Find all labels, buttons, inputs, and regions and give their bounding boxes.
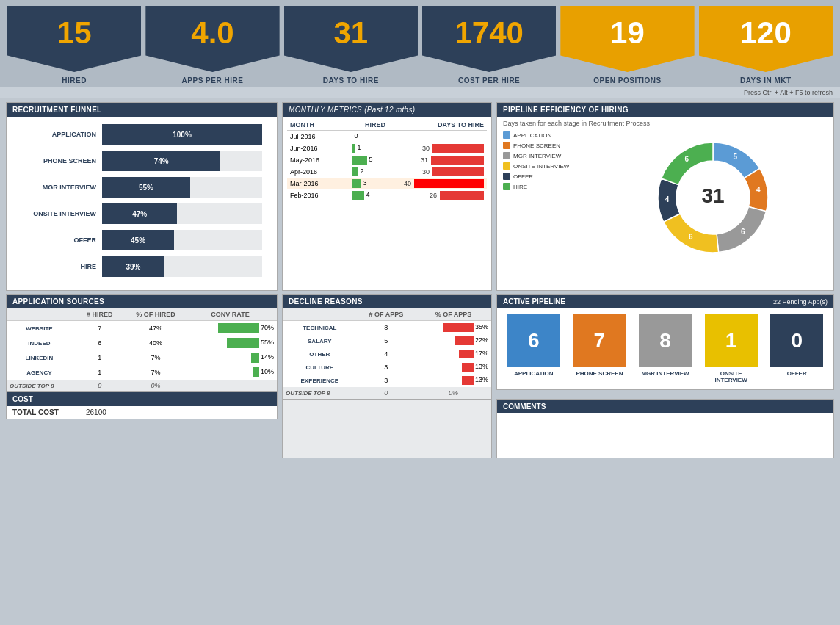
total-cost-label: TOTAL COST [12, 408, 86, 416]
kpi-item-cost-per-hire: 1740 COST PER HIRE [422, 6, 556, 87]
monthly-days-bar: 31 [401, 154, 487, 166]
monthly-col-month: MONTH [287, 120, 350, 131]
monthly-hired-bar: 4 [350, 189, 401, 201]
pipeline-efficiency-header: PIPELINE EFFICIENCY OF HIRING [497, 103, 833, 117]
monthly-month: Jul-2016 [287, 131, 350, 143]
outside-row: OUTSIDE TOP 8 0 0% [7, 380, 277, 391]
monthly-days-bar: 40 [401, 178, 487, 189]
funnel-panel: RECRUITMENT FUNNEL APPLICATION 100% PHON… [6, 102, 278, 291]
kpi-label-days-to-hire: DAYS TO HIRE [323, 76, 379, 87]
decline-apps: 3 [357, 374, 416, 387]
source-name: AGENCY [7, 365, 72, 380]
funnel-bar: 45% [102, 230, 174, 250]
legend-dot [503, 173, 510, 180]
stage-count: 8 [639, 314, 692, 367]
pipeline-stage-mgr-interview: 8 MGR INTERVIEW [634, 314, 696, 383]
monthly-row: Mar-2016 340 [287, 178, 487, 189]
kpi-item-days-to-hire: 31 DAYS TO HIRE [284, 6, 418, 87]
stage-count: 1 [705, 314, 758, 367]
svg-text:6: 6 [741, 228, 745, 236]
decline-outside-row: OUTSIDE TOP 8 0 0% [283, 387, 491, 399]
legend-label: HIRE [513, 184, 527, 190]
decline-row: OTHER417% [283, 347, 491, 361]
decline-reason: TECHNICAL [283, 321, 357, 335]
monthly-panel: MONTHLY METRICS (Past 12 mths) MONTHHIRE… [282, 102, 492, 291]
kpi-item-open-positions: 19 OPEN POSITIONS [560, 6, 694, 87]
stage-name: MGR INTERVIEW [641, 370, 689, 377]
legend-item: APPLICATION [503, 131, 591, 139]
monthly-month: Apr-2016 [287, 166, 350, 178]
monthly-row: Jun-2016 130 [287, 142, 487, 154]
monthly-days-bar: 30 [401, 142, 487, 154]
stage-count: 0 [770, 314, 823, 367]
donut-chart: 546646 31 [647, 131, 779, 264]
decline-outside-label: OUTSIDE TOP 8 [283, 387, 357, 399]
outside-hired: 0 [72, 380, 128, 391]
decline-apps: 8 [357, 321, 416, 335]
stage-name: ONSITE INTERVIEW [714, 370, 747, 383]
active-pipeline-panel: ACTIVE PIPELINE 22 Pending App(s) 6 APPL… [496, 294, 834, 390]
source-conv: 55% [184, 336, 277, 350]
source-hired: 7 [72, 321, 128, 336]
decline-pct: 35% [416, 321, 491, 335]
funnel-row: ONSITE INTERVIEW 47% [21, 203, 262, 224]
kpi-number-days-in-mkt: 120 [740, 18, 792, 48]
source-hired: 1 [72, 350, 128, 365]
monthly-row: Jul-2016 0 [287, 131, 487, 143]
source-hired: 1 [72, 365, 128, 380]
monthly-header: MONTHLY METRICS (Past 12 mths) [283, 103, 491, 117]
comments-panel: COMMENTS [496, 399, 834, 458]
refresh-hint: Press Ctrl + Alt + F5 to refresh [0, 87, 840, 98]
legend-dot [503, 162, 510, 170]
decline-outside-apps: 0 [357, 387, 416, 399]
sources-row: LINKEDIN17%14% [7, 350, 277, 365]
monthly-days-bar: 26 [401, 189, 487, 201]
funnel-header: RECRUITMENT FUNNEL [7, 103, 277, 117]
monthly-month: May-2016 [287, 154, 350, 166]
active-pipeline-pending: 22 Pending App(s) [773, 298, 828, 306]
decline-col: % OF APPS [416, 308, 491, 321]
legend-label: OFFER [513, 173, 533, 180]
svg-text:4: 4 [665, 195, 670, 203]
legend-item: MGR INTERVIEW [503, 152, 591, 159]
sources-row: AGENCY17%10% [7, 365, 277, 380]
decline-apps: 3 [357, 361, 416, 374]
kpi-badge-apps-per-hire: 4.0 [145, 6, 279, 72]
decline-row: SALARY522% [283, 334, 491, 347]
legend-label: MGR INTERVIEW [513, 153, 561, 159]
kpi-badge-open-positions: 19 [560, 6, 694, 72]
kpi-number-open-positions: 19 [610, 18, 645, 48]
monthly-days-bar [401, 131, 487, 143]
kpi-number-apps-per-hire: 4.0 [191, 18, 233, 48]
funnel-bar-wrap: 47% [102, 203, 262, 224]
outside-conv [184, 380, 277, 391]
legend-dot [503, 131, 510, 139]
stage-name: APPLICATION [514, 370, 554, 377]
legend-label: PHONE SCREEN [513, 142, 560, 149]
source-pct: 7% [128, 365, 184, 380]
funnel-bar: 74% [102, 151, 220, 171]
sources-row: INDEED640%55% [7, 336, 277, 350]
svg-text:6: 6 [685, 155, 689, 163]
svg-text:31: 31 [701, 184, 724, 207]
source-conv: 10% [184, 365, 277, 380]
decline-col: # OF APPS [357, 308, 416, 321]
svg-text:4: 4 [756, 186, 761, 194]
funnel-row: OFFER 45% [21, 230, 262, 250]
kpi-label-days-in-mkt: DAYS IN MKT [740, 76, 792, 87]
svg-text:5: 5 [734, 153, 738, 161]
monthly-col-days: DAYS TO HIRE [401, 120, 487, 131]
monthly-hired-bar: 0 [350, 131, 401, 143]
kpi-number-cost-per-hire: 1740 [455, 18, 523, 48]
decline-pct: 13% [416, 374, 491, 387]
comments-header: COMMENTS [497, 400, 833, 413]
monthly-month: Jun-2016 [287, 142, 350, 154]
legend-dot [503, 152, 510, 159]
monthly-hired-bar: 1 [350, 142, 401, 154]
kpi-item-apps-per-hire: 4.0 APPS PER HIRE [145, 6, 279, 87]
legend-item: PHONE SCREEN [503, 142, 591, 149]
legend-label: APPLICATION [513, 132, 551, 139]
decline-col [283, 308, 357, 321]
decline-apps: 5 [357, 334, 416, 347]
kpi-number-days-to-hire: 31 [333, 18, 368, 48]
